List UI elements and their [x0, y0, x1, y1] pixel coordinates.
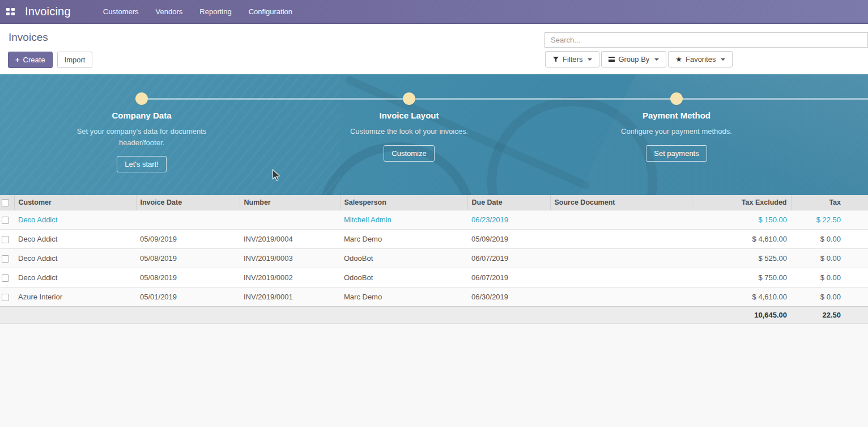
cell-source-document[interactable]: [550, 229, 692, 248]
row-checkbox-cell: [0, 287, 14, 306]
customize-button[interactable]: Customize: [384, 145, 434, 162]
table-row[interactable]: Deco Addict05/09/2019INV/2019/0004Marc D…: [0, 229, 868, 248]
cell-tax[interactable]: $ 0.00: [791, 268, 868, 287]
step-title: Company Data: [51, 111, 232, 120]
row-checkbox[interactable]: [2, 294, 9, 301]
column-header-tax[interactable]: Tax: [791, 195, 868, 210]
column-header-customer[interactable]: Customer: [14, 195, 136, 210]
cell-customer[interactable]: Deco Addict: [14, 229, 136, 248]
column-header-tax-excluded[interactable]: Tax Excluded: [692, 195, 791, 210]
favorites-label: Favorites: [686, 55, 716, 64]
cell-tax-excluded[interactable]: $ 750.00: [692, 268, 791, 287]
cell-invoice-date[interactable]: 05/08/2019: [136, 248, 240, 268]
create-button[interactable]: + Create: [8, 52, 53, 68]
cell-invoice-date[interactable]: [136, 210, 240, 229]
caret-down-icon: [654, 58, 659, 63]
column-header-invoice-date[interactable]: Invoice Date: [136, 195, 240, 210]
search-input[interactable]: [544, 32, 868, 48]
total-tax-excluded: 10,645.00: [692, 306, 791, 323]
row-checkbox-cell: [0, 229, 14, 248]
row-checkbox[interactable]: [2, 236, 9, 243]
select-all-cell: [0, 195, 14, 210]
menu-reporting[interactable]: Reporting: [199, 7, 231, 16]
set-payments-button[interactable]: Set payments: [646, 145, 707, 162]
cell-tax-excluded[interactable]: $ 525.00: [692, 248, 791, 268]
row-checkbox[interactable]: [2, 274, 9, 282]
caret-down-icon: [588, 58, 592, 63]
step-dot-company-data: [135, 92, 148, 105]
onboarding-step-company-data: Company Data Set your company's data for…: [51, 111, 232, 172]
cell-tax-excluded[interactable]: $ 150.00: [692, 210, 791, 229]
plus-icon: +: [15, 56, 20, 64]
table-row[interactable]: Deco AddictMitchell Admin06/23/2019$ 150…: [0, 210, 868, 229]
menu-configuration[interactable]: Configuration: [249, 7, 292, 16]
cell-number[interactable]: INV/2019/0003: [240, 248, 340, 268]
menu-vendors[interactable]: Vendors: [156, 7, 183, 16]
column-header-source-document[interactable]: Source Document: [550, 195, 692, 210]
cell-tax-excluded[interactable]: $ 4,610.00: [692, 229, 791, 248]
favorites-dropdown-button[interactable]: ★ Favorites: [668, 51, 733, 67]
group-by-label: Group By: [618, 55, 649, 64]
column-header-salesperson[interactable]: Salesperson: [340, 195, 467, 210]
cell-salesperson[interactable]: OdooBot: [340, 268, 467, 287]
table-row[interactable]: Azure Interior05/01/2019INV/2019/0001Mar…: [0, 287, 868, 306]
cell-salesperson[interactable]: Marc Demo: [340, 287, 467, 306]
step-title: Invoice Layout: [318, 111, 500, 120]
cell-salesperson[interactable]: Marc Demo: [340, 229, 467, 248]
cell-due-date[interactable]: 06/30/2019: [467, 287, 550, 306]
app-title[interactable]: Invoicing: [25, 5, 71, 18]
select-all-checkbox[interactable]: [2, 199, 9, 206]
cell-source-document[interactable]: [550, 268, 692, 287]
action-buttons: + Create Import: [8, 52, 92, 68]
menu-customers[interactable]: Customers: [103, 7, 139, 16]
apps-grid-icon[interactable]: [6, 8, 15, 15]
group-by-dropdown-button[interactable]: Group By: [601, 51, 666, 67]
list-footer-row: 10,645.00 22.50: [0, 306, 868, 323]
cell-invoice-date[interactable]: 05/09/2019: [136, 229, 240, 248]
cell-number[interactable]: INV/2019/0002: [240, 268, 340, 287]
cell-source-document[interactable]: [550, 210, 692, 229]
invoice-list-table: Customer Invoice Date Number Salesperson…: [0, 195, 868, 324]
cell-tax[interactable]: $ 0.00: [791, 229, 868, 248]
table-row[interactable]: Deco Addict05/08/2019INV/2019/0002OdooBo…: [0, 268, 868, 287]
cell-invoice-date[interactable]: 05/01/2019: [136, 287, 240, 306]
page-title: Invoices: [8, 31, 48, 44]
cell-tax[interactable]: $ 0.00: [791, 248, 868, 268]
cell-invoice-date[interactable]: 05/08/2019: [136, 268, 240, 287]
cell-number[interactable]: INV/2019/0004: [240, 229, 340, 248]
invoice-table-body: Deco AddictMitchell Admin06/23/2019$ 150…: [0, 210, 868, 306]
filters-label: Filters: [563, 55, 582, 64]
column-header-number[interactable]: Number: [240, 195, 340, 210]
row-checkbox-cell: [0, 210, 14, 229]
cell-due-date[interactable]: 06/07/2019: [467, 248, 550, 268]
import-button-label: Import: [65, 56, 86, 64]
row-checkbox[interactable]: [2, 255, 9, 263]
column-header-due-date[interactable]: Due Date: [467, 195, 550, 210]
row-checkbox[interactable]: [2, 217, 9, 224]
filters-dropdown-button[interactable]: Filters: [545, 51, 599, 67]
import-button[interactable]: Import: [57, 52, 93, 68]
cell-source-document[interactable]: [550, 287, 692, 306]
cell-tax-excluded[interactable]: $ 4,610.00: [692, 287, 791, 306]
cell-due-date[interactable]: 06/07/2019: [467, 268, 550, 287]
cell-source-document[interactable]: [550, 248, 692, 268]
control-panel: Invoices + Create Import Filters Group B…: [0, 24, 868, 74]
step-description: Configure your payment methods.: [603, 126, 750, 137]
cell-number[interactable]: INV/2019/0001: [240, 287, 340, 306]
cell-due-date[interactable]: 05/09/2019: [467, 229, 550, 248]
create-button-label: Create: [23, 56, 45, 64]
star-icon: ★: [675, 56, 682, 63]
cell-tax[interactable]: $ 22.50: [791, 210, 868, 229]
cell-customer[interactable]: Deco Addict: [14, 248, 136, 268]
step-dot-invoice-layout: [403, 92, 415, 105]
cell-customer[interactable]: Azure Interior: [14, 287, 136, 306]
cell-salesperson[interactable]: OdooBot: [340, 248, 467, 268]
cell-customer[interactable]: Deco Addict: [14, 268, 136, 287]
table-row[interactable]: Deco Addict05/08/2019INV/2019/0003OdooBo…: [0, 248, 868, 268]
cell-number[interactable]: [240, 210, 340, 229]
cell-due-date[interactable]: 06/23/2019: [467, 210, 550, 229]
cell-tax[interactable]: $ 0.00: [791, 287, 868, 306]
lets-start-button[interactable]: Let's start!: [117, 156, 167, 172]
cell-customer[interactable]: Deco Addict: [14, 210, 136, 229]
cell-salesperson[interactable]: Mitchell Admin: [340, 210, 467, 229]
